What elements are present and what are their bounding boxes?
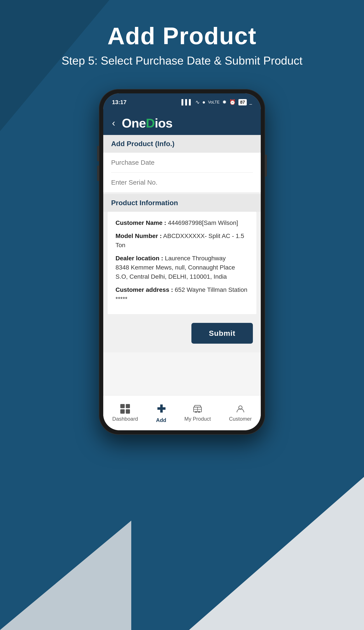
power-button xyxy=(265,155,267,176)
charging-icon: ⎯ xyxy=(250,100,252,105)
spacer xyxy=(103,352,261,395)
status-bar: 13:17 ▌▌▌ ∿ ● VoLTE ✸ ⏰ 87 ⎯ xyxy=(103,94,261,111)
nav-item-my-product[interactable]: My Product xyxy=(184,404,211,422)
logo-one: One xyxy=(122,116,146,130)
back-button[interactable]: ‹ xyxy=(112,118,115,128)
nav-item-dashboard[interactable]: Dashboard xyxy=(112,404,138,422)
form-section-title: Add Product (Info.) xyxy=(111,140,174,148)
customer-label: Customer xyxy=(229,416,252,422)
dashboard-label: Dashboard xyxy=(112,416,138,422)
add-icon: ✚ xyxy=(157,403,166,415)
my-product-icon xyxy=(193,404,202,414)
battery-level: 87 xyxy=(238,99,247,106)
customer-icon xyxy=(236,404,245,414)
bottom-navigation: Dashboard ✚ Add xyxy=(103,395,261,430)
page-header: Add Product Step 5: Select Purchase Date… xyxy=(62,0,302,80)
form-section-header: Add Product (Info.) xyxy=(103,135,261,153)
customer-name-row: Customer Name : 4446987998[Sam Wilson] xyxy=(116,218,248,228)
add-label: Add xyxy=(156,417,166,423)
phone-screen: 13:17 ▌▌▌ ∿ ● VoLTE ✸ ⏰ 87 ⎯ ‹ OneDios xyxy=(103,94,261,430)
app-content: Add Product (Info.) Product Information … xyxy=(103,135,261,430)
model-number-row: Model Number : ABCDXXXXXX- Split AC - 1.… xyxy=(116,232,248,250)
product-info-card: Customer Name : 4446987998[Sam Wilson] M… xyxy=(108,212,256,314)
volume-down-button xyxy=(97,166,99,181)
customer-address-row: Customer address : 652 Wayne Tillman Sta… xyxy=(116,285,248,304)
status-time: 13:17 xyxy=(112,99,127,106)
status-icons: ▌▌▌ ∿ ● VoLTE ✸ ⏰ 87 ⎯ xyxy=(182,99,252,106)
whatsapp-icon: ● xyxy=(202,99,206,105)
app-logo: OneDios xyxy=(122,116,172,130)
customer-name-value: 4446987998[Sam Wilson] xyxy=(168,220,238,226)
my-product-label: My Product xyxy=(184,416,211,422)
model-number-label: Model Number : xyxy=(116,232,162,239)
logo-d: D xyxy=(146,116,155,130)
product-info-section-header: Product Information xyxy=(103,194,261,212)
page-subtitle: Step 5: Select Purchase Date & Submit Pr… xyxy=(62,54,302,67)
bg-decoration-bottom-right xyxy=(189,477,364,630)
logo-ios: ios xyxy=(155,116,172,130)
customer-name-label: Customer Name : xyxy=(116,220,166,226)
nav-item-add[interactable]: ✚ Add xyxy=(156,403,166,423)
purchase-date-input[interactable] xyxy=(111,153,253,172)
bluetooth-icon: ✸ xyxy=(222,99,226,105)
bg-decoration-bottom-left xyxy=(0,520,131,630)
wifi-icon: ∿ xyxy=(195,99,200,105)
dashboard-icon xyxy=(120,404,130,414)
submit-area: Submit xyxy=(103,314,261,352)
nav-item-customer[interactable]: Customer xyxy=(229,404,252,422)
phone-frame: 13:17 ▌▌▌ ∿ ● VoLTE ✸ ⏰ 87 ⎯ ‹ OneDios xyxy=(99,89,265,435)
volte-icon: VoLTE xyxy=(208,100,220,104)
alarm-icon: ⏰ xyxy=(229,99,236,105)
volume-up-button xyxy=(97,146,99,161)
input-fields-container xyxy=(103,153,261,192)
phone-mockup: 13:17 ▌▌▌ ∿ ● VoLTE ✸ ⏰ 87 ⎯ ‹ OneDios xyxy=(99,89,265,435)
signal-icon: ▌▌▌ xyxy=(182,99,193,105)
submit-button[interactable]: Submit xyxy=(192,323,253,344)
customer-address-label: Customer address : xyxy=(116,286,173,293)
serial-no-input[interactable] xyxy=(111,172,253,192)
app-header: ‹ OneDios xyxy=(103,111,261,135)
product-info-title: Product Information xyxy=(111,199,178,207)
page-title: Add Product xyxy=(62,22,302,50)
dealer-location-label: Dealer location : xyxy=(116,255,163,262)
dealer-location-row: Dealer location : Laurence Throughway834… xyxy=(116,254,248,281)
